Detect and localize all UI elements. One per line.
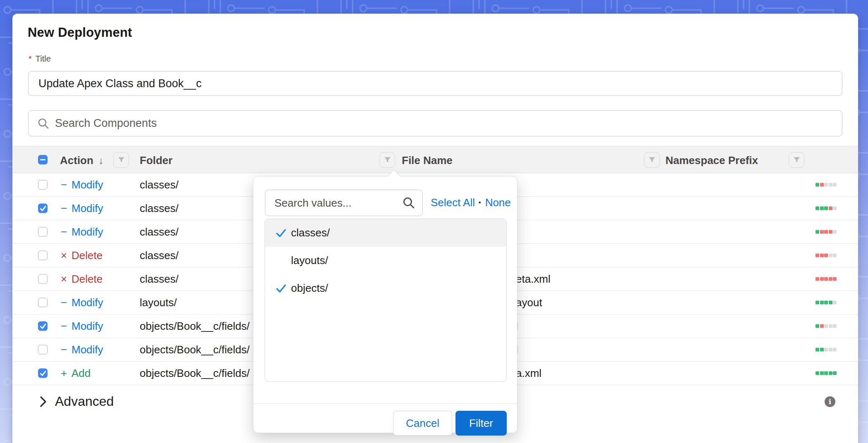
advanced-toggle[interactable]: Advanced (39, 394, 114, 409)
file-name-cell: ayout (516, 296, 542, 309)
search-icon[interactable] (402, 196, 415, 210)
diff-square (829, 230, 832, 234)
select-all-checkbox[interactable] (38, 155, 48, 164)
diff-square (824, 324, 828, 328)
diff-indicator (816, 207, 837, 210)
diff-square (816, 348, 819, 352)
search-icon (37, 117, 50, 130)
filter-value-search-container (265, 190, 423, 216)
action-type-icon: − (61, 320, 72, 333)
filter-option-label: classes/ (291, 226, 330, 239)
diff-square (824, 301, 828, 305)
action-link[interactable]: + Add (61, 367, 91, 380)
diff-square (833, 372, 837, 375)
row-checkbox[interactable] (38, 322, 48, 331)
action-link[interactable]: − Modify (61, 343, 103, 356)
diff-square (816, 230, 819, 234)
file-name-cell: eta.xml (516, 273, 551, 286)
folder-cell: classes/ (140, 273, 179, 286)
namespace-filter-button[interactable] (789, 152, 804, 168)
action-type-icon: × (61, 273, 72, 286)
diff-square (824, 183, 828, 187)
action-link[interactable]: − Modify (61, 179, 103, 191)
action-link[interactable]: − Modify (61, 202, 103, 215)
row-checkbox[interactable] (38, 345, 48, 355)
action-type-icon: − (61, 343, 72, 356)
folder-cell: classes/ (140, 179, 179, 191)
row-checkbox[interactable] (38, 227, 48, 237)
diff-square (829, 277, 832, 281)
row-checkbox[interactable] (38, 204, 48, 213)
column-header-folder[interactable]: Folder (140, 154, 172, 167)
funnel-icon (383, 156, 392, 164)
chevron-right-icon (39, 395, 47, 408)
action-label: Modify (72, 320, 103, 333)
check-icon (275, 227, 287, 239)
action-link[interactable]: − Modify (61, 296, 103, 309)
folder-cell: layouts/ (140, 296, 177, 309)
column-header-namespace-prefix[interactable]: Namespace Prefix (665, 154, 758, 167)
diff-square (816, 207, 819, 210)
diff-square (833, 207, 837, 210)
file-name-filter-button[interactable] (644, 152, 660, 168)
diff-square (816, 301, 819, 305)
row-checkbox[interactable] (38, 274, 48, 284)
diff-square (833, 277, 837, 281)
indeterminate-minus-icon (40, 157, 46, 163)
component-search-container (28, 110, 842, 136)
cancel-button[interactable]: Cancel (393, 411, 452, 436)
filter-option[interactable]: objects/ (265, 274, 506, 302)
diff-square (829, 254, 832, 257)
action-link[interactable]: × Delete (61, 249, 103, 262)
sort-descending-icon: ↓ (98, 155, 104, 166)
action-link[interactable]: × Delete (61, 273, 103, 286)
action-link[interactable]: − Modify (61, 320, 103, 333)
folder-filter-button[interactable] (379, 152, 395, 168)
filter-option[interactable]: classes/ (265, 219, 506, 247)
row-checkbox[interactable] (38, 369, 48, 378)
filter-apply-button[interactable]: Filter (455, 411, 507, 436)
diff-indicator (816, 324, 837, 328)
action-label: Delete (72, 249, 103, 262)
component-search-input[interactable] (28, 110, 842, 136)
action-filter-button[interactable] (113, 152, 129, 168)
column-header-file-name[interactable]: File Name (402, 154, 453, 167)
diff-square (816, 324, 819, 328)
select-all-link[interactable]: Select All (431, 196, 475, 209)
folder-cell: objects/Book__c/fields/ (140, 367, 250, 380)
diff-indicator (816, 372, 837, 375)
select-none-link[interactable]: None (485, 196, 511, 209)
diff-square (829, 207, 832, 210)
action-label: Delete (72, 273, 103, 286)
column-header-action[interactable]: Action↓ (60, 154, 103, 167)
row-checkbox[interactable] (38, 298, 48, 307)
action-type-icon: − (61, 179, 72, 191)
action-type-icon: + (61, 367, 72, 380)
diff-square (824, 348, 828, 352)
diff-indicator (816, 277, 837, 281)
row-checkbox[interactable] (38, 180, 48, 190)
action-label: Modify (72, 202, 103, 215)
folder-filter-popover: Select All·None classes/ layouts/ object… (253, 176, 517, 433)
diff-square (820, 348, 824, 352)
diff-square (824, 277, 828, 281)
diff-indicator (816, 254, 837, 257)
diff-square (824, 372, 828, 375)
row-checkbox[interactable] (38, 251, 48, 260)
action-type-icon: − (61, 202, 72, 215)
diff-square (829, 372, 832, 375)
action-type-icon: − (61, 226, 72, 238)
filter-option[interactable]: layouts/ (265, 247, 506, 274)
filter-value-search-input[interactable] (265, 190, 423, 216)
selection-links: Select All·None (431, 196, 511, 209)
diff-square (829, 183, 832, 187)
diff-square (824, 230, 828, 234)
title-label-text: Title (36, 54, 51, 63)
popover-footer-divider (253, 403, 517, 404)
action-link[interactable]: − Modify (61, 226, 103, 238)
info-icon[interactable]: i (825, 396, 835, 407)
deployment-title-input[interactable] (28, 71, 842, 96)
diff-square (829, 348, 832, 352)
diff-square (820, 207, 824, 210)
diff-square (816, 183, 819, 187)
